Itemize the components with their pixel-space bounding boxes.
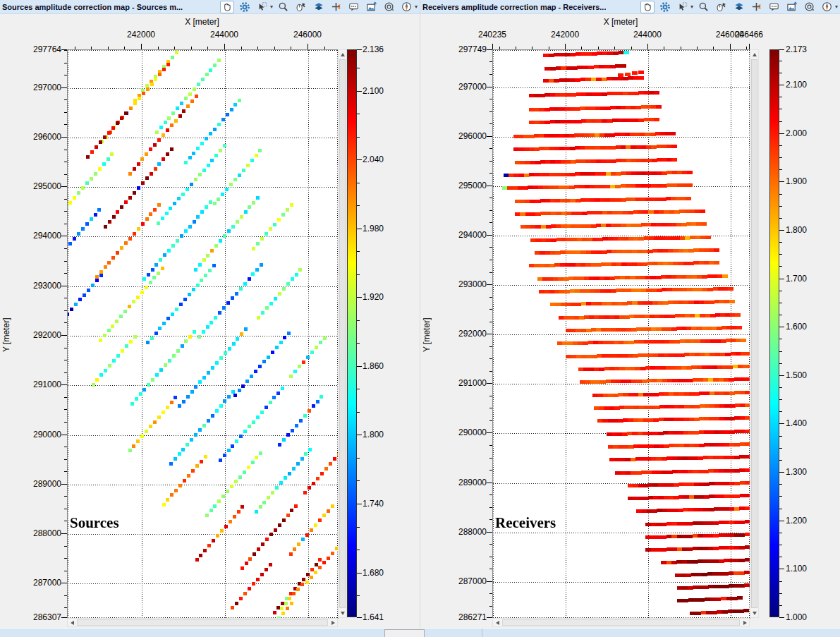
colorbar-minor-tick-mark (357, 550, 360, 550)
scroll-left-button[interactable] (493, 619, 501, 626)
colorbar-tick-label: 1.900 (786, 176, 821, 186)
mouse-select-icon[interactable] (294, 1, 308, 13)
statusbar-divider (482, 629, 482, 637)
select-mode-dropdown-caret[interactable]: ▾ (270, 4, 273, 10)
vertical-scrollbar[interactable] (750, 49, 759, 618)
x-minor-tick-mark (75, 47, 75, 49)
y-minor-tick-mark (64, 124, 67, 125)
colorbar-tick-label: 1.800 (363, 430, 398, 439)
scroll-left-button[interactable] (68, 619, 76, 626)
y-minor-tick-mark (64, 409, 67, 410)
colorbar-minor-tick-mark (779, 363, 782, 364)
layers-icon[interactable] (732, 1, 746, 13)
horizontal-scrollbar-thumb[interactable] (77, 619, 328, 626)
triangle-left-icon (71, 621, 74, 625)
y-minor-tick-mark (64, 546, 67, 547)
colorbar-minor-tick-mark (779, 121, 782, 122)
select-mode-icon[interactable] (676, 1, 690, 13)
x-minor-tick-mark (158, 47, 159, 49)
y-minor-tick-mark (489, 544, 492, 545)
layers-icon[interactable] (312, 1, 326, 13)
colorbar-minor-tick-mark (779, 411, 782, 412)
colorbar-tick-mark (357, 435, 362, 435)
y-minor-tick-mark (64, 322, 67, 323)
export-image-icon[interactable] (785, 1, 799, 13)
annotation-icon[interactable] (767, 1, 781, 13)
colorbar-tick-label: 1.800 (786, 225, 821, 235)
colorbar-minor-tick-mark (779, 145, 782, 146)
y-tick-label: 293000 (18, 281, 61, 291)
export-image-icon[interactable] (365, 1, 379, 13)
move-icon[interactable] (329, 1, 343, 13)
scroll-right-button[interactable] (741, 619, 749, 626)
y-minor-tick-mark (64, 211, 67, 212)
x-minor-tick-mark (614, 47, 615, 49)
x-axis-title: X [meter] (492, 17, 749, 27)
compass-icon[interactable] (820, 1, 834, 13)
compass-icon[interactable] (400, 1, 414, 13)
y-tick-mark (61, 533, 67, 534)
y-minor-tick-mark (64, 595, 67, 596)
mouse-select-icon[interactable] (714, 1, 729, 13)
settings-icon[interactable] (238, 1, 252, 13)
zoom-icon[interactable] (276, 1, 291, 13)
compass-dropdown-caret[interactable]: ▾ (415, 4, 418, 10)
y-tick-mark (487, 532, 492, 533)
y-minor-tick-mark (489, 173, 492, 174)
annotation-icon[interactable] (347, 1, 361, 13)
colorbar-minor-tick-mark (357, 320, 360, 321)
sources-map-plot[interactable] (67, 49, 339, 619)
colorbar-tick-mark (779, 472, 784, 473)
y-axis-title: Y [meter] (422, 300, 432, 370)
vertical-scrollbar-thumb[interactable] (751, 59, 757, 608)
scroll-right-button[interactable] (329, 619, 337, 626)
colorbar-range-tick-mark (357, 49, 362, 50)
colorbar-tick-mark (779, 279, 784, 279)
compass-dropdown-caret[interactable]: ▾ (835, 4, 838, 10)
scroll-down-button[interactable] (339, 609, 346, 617)
y-minor-tick-mark (489, 408, 492, 408)
y-tick-label: 286271 (443, 612, 487, 622)
vertical-scrollbar[interactable] (338, 49, 347, 618)
y-tick-mark (61, 236, 67, 236)
y-minor-tick-mark (64, 471, 67, 472)
select-mode-dropdown-caret[interactable]: ▾ (690, 4, 693, 10)
y-tick-label: 293000 (443, 279, 487, 289)
colorbar-minor-tick-mark (779, 399, 782, 400)
zoom-icon[interactable] (697, 1, 711, 13)
zoom-region-icon[interactable] (803, 1, 817, 13)
select-mode-icon[interactable] (255, 1, 269, 13)
map-toolbar: ▾▾ (640, 1, 838, 13)
colorbar-minor-tick-mark (357, 389, 360, 389)
x-minor-tick-mark (274, 47, 275, 49)
y-tick-mark (487, 235, 492, 236)
pan-icon[interactable] (640, 1, 655, 13)
pan-icon[interactable] (220, 1, 234, 13)
horizontal-scrollbar[interactable] (67, 618, 338, 627)
scroll-up-button[interactable] (339, 50, 346, 59)
y-tick-label: 292000 (18, 330, 61, 340)
colorbar-minor-tick-mark (779, 254, 782, 255)
scroll-up-button[interactable] (750, 50, 758, 59)
colorbar-range-label: 2.136 (363, 44, 398, 54)
move-icon[interactable] (750, 1, 764, 13)
scroll-down-button[interactable] (750, 609, 758, 617)
colorbar-tick-mark (779, 423, 784, 424)
y-tick-label: 295000 (18, 181, 61, 191)
horizontal-scrollbar[interactable] (492, 618, 750, 627)
colorbar-tick-mark (357, 297, 362, 298)
colorbar-minor-tick-mark (779, 109, 782, 109)
settings-icon[interactable] (658, 1, 672, 13)
horizontal-scrollbar-thumb[interactable] (502, 619, 740, 626)
y-minor-tick-mark (64, 360, 67, 360)
x-minor-tick-mark (697, 47, 698, 49)
x-minor-tick-mark (91, 47, 92, 49)
colorbar-minor-tick-mark (779, 545, 782, 545)
receivers-map-plot[interactable] (492, 49, 750, 619)
triangle-down-icon (341, 612, 345, 615)
y-minor-tick-mark (64, 496, 67, 497)
zoom-region-icon[interactable] (382, 1, 396, 13)
y-minor-tick-mark (64, 447, 67, 447)
statusbar-grip (384, 629, 425, 637)
vertical-scrollbar-thumb[interactable] (339, 59, 346, 608)
